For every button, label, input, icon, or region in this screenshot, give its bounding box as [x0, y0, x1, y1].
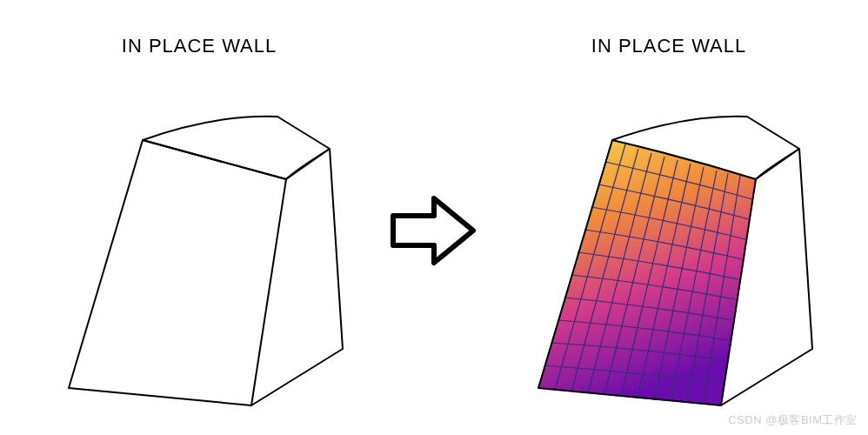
right-shape — [504, 66, 834, 414]
right-panel: IN PLACE WALL — [486, 35, 851, 414]
left-title: IN PLACE WALL — [122, 35, 277, 57]
svg-line-0 — [143, 140, 286, 179]
curtain-panel-surface — [538, 140, 756, 405]
arrow-icon — [386, 191, 482, 270]
right-colored-svg — [504, 66, 834, 414]
watermark-text: CSDN @极客BIM工作室 — [728, 412, 858, 428]
left-shape — [34, 66, 364, 414]
transform-arrow — [382, 191, 486, 270]
left-panel: IN PLACE WALL — [17, 35, 382, 414]
diagram-container: IN PLACE WALL IN PLACE WALL — [0, 0, 868, 435]
right-title: IN PLACE WALL — [591, 35, 746, 57]
left-wireframe-svg — [34, 66, 364, 414]
